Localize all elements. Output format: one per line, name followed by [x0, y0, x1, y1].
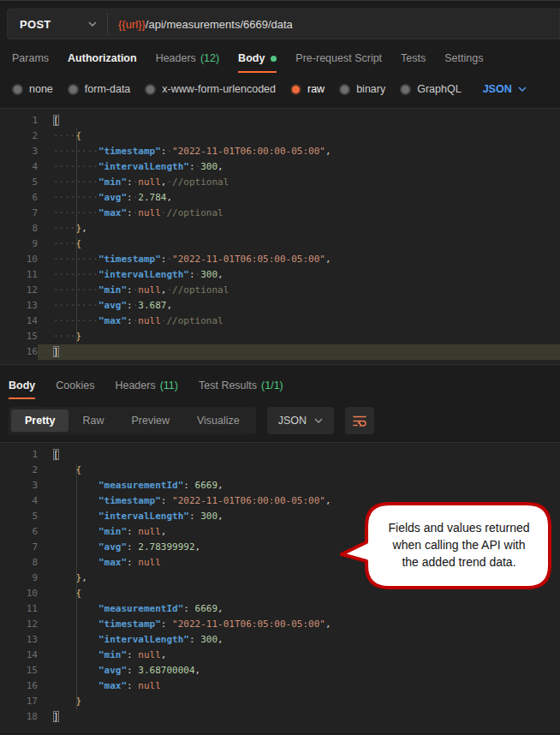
tab-headers[interactable]: Headers(11): [115, 373, 178, 399]
code-content: "max": null: [38, 678, 560, 694]
code-line: 3 "measurementId": 6669,: [0, 478, 560, 493]
code-line: 16 "max": null: [0, 678, 560, 694]
line-number: 10: [0, 586, 38, 601]
line-number: 10: [0, 252, 38, 267]
body-type-raw[interactable]: raw: [290, 83, 325, 95]
body-type-x-www-form-urlencoded[interactable]: x-www-form-urlencoded: [145, 83, 276, 95]
line-number: 15: [0, 329, 38, 344]
code-line: 6········"avg":·2.784,: [0, 190, 560, 206]
line-number: 11: [0, 601, 38, 617]
line-number: 17: [0, 694, 38, 709]
tab-settings[interactable]: Settings: [444, 43, 483, 73]
tab-label: Params: [12, 52, 49, 64]
code-content: }: [38, 694, 560, 709]
tab-body[interactable]: Body: [9, 373, 35, 399]
line-number: 15: [0, 663, 38, 678]
annotation-text: Fields and values returned when calling …: [370, 519, 548, 571]
code-content: "min": null,: [38, 648, 560, 663]
line-number: 5: [0, 509, 38, 524]
line-number: 7: [0, 540, 38, 555]
radio-icon: [145, 84, 156, 95]
line-number: 13: [0, 632, 38, 648]
url-variable: {{url}}: [118, 18, 146, 31]
view-mode-pretty[interactable]: Pretty: [11, 409, 69, 432]
body-type-binary[interactable]: binary: [339, 83, 385, 95]
line-number: 3: [0, 478, 38, 493]
response-format-dropdown[interactable]: JSON: [267, 407, 334, 434]
tab-body[interactable]: Body: [238, 43, 277, 73]
code-content: ········"timestamp":·"2022-11-01T06:05:0…: [38, 252, 560, 267]
line-number: 2: [0, 463, 38, 478]
code-content: ····}: [38, 329, 560, 344]
word-wrap-button[interactable]: [345, 407, 374, 434]
body-type-selector: noneform-datax-www-form-urlencodedrawbin…: [0, 73, 560, 105]
line-number: 14: [0, 648, 38, 663]
code-line: 2····{: [0, 128, 560, 144]
tab-label: Authorization: [68, 52, 137, 64]
tab-count-badge: (11): [160, 379, 178, 391]
indent-guide: [76, 463, 77, 710]
code-content: "intervalLength": 300,: [38, 632, 560, 648]
code-line: 13 "intervalLength": 300,: [0, 632, 560, 648]
line-number: 6: [0, 190, 38, 206]
response-format-label: JSON: [278, 415, 307, 427]
tab-cookies[interactable]: Cookies: [56, 373, 94, 399]
line-number: 7: [0, 206, 38, 221]
code-content: "timestamp": "2022-11-01T06:05:00-05:00"…: [38, 617, 560, 632]
line-number: 16: [0, 678, 38, 694]
view-mode-visualize[interactable]: Visualize: [183, 409, 253, 432]
code-line: 1[: [0, 447, 560, 463]
chevron-down-icon: [518, 87, 527, 92]
line-number: 1: [0, 113, 38, 128]
line-number: 12: [0, 617, 38, 632]
code-line: 4········"intervalLength":·300,: [0, 159, 560, 175]
tab-params[interactable]: Params: [12, 43, 49, 73]
code-content: ········"avg":·2.784,: [38, 190, 560, 206]
tab-label: Pre-request Script: [295, 52, 382, 64]
line-number: 3: [0, 144, 38, 159]
code-content: ········"min":·null,·//optional: [38, 283, 560, 298]
url-input[interactable]: {{url}}/api/measurements/6669/data: [108, 9, 559, 39]
code-content: [: [38, 113, 560, 128]
tab-label: Headers: [115, 379, 155, 391]
tab-count-badge: (1/1): [261, 379, 283, 391]
body-type-form-data[interactable]: form-data: [68, 83, 131, 95]
tab-label: Cookies: [56, 379, 94, 391]
line-number: 9: [0, 571, 38, 586]
line-number: 8: [0, 555, 38, 571]
tab-pre-request-script[interactable]: Pre-request Script: [295, 43, 382, 73]
tab-authorization[interactable]: Authorization: [68, 43, 137, 73]
code-content: {: [38, 463, 560, 478]
code-line: 16]: [0, 344, 560, 360]
tab-headers[interactable]: Headers(12): [156, 43, 219, 73]
line-number: 4: [0, 159, 38, 175]
code-content: ········"max":·null·//optional: [38, 314, 560, 329]
chevron-down-icon: [314, 418, 323, 423]
tab-tests[interactable]: Tests: [401, 43, 426, 73]
line-number: 13: [0, 298, 38, 314]
body-type-graphql[interactable]: GraphQL: [400, 83, 461, 95]
code-line: 18]: [0, 709, 560, 725]
code-content: "measurementId": 6669,: [38, 601, 560, 617]
body-type-label: binary: [356, 83, 385, 95]
view-mode-preview[interactable]: Preview: [117, 409, 182, 432]
code-line: 1[: [0, 113, 560, 128]
code-line: 17 }: [0, 694, 560, 709]
view-mode-raw[interactable]: Raw: [69, 409, 117, 432]
annotation-callout: Fields and values returned when calling …: [339, 499, 555, 595]
tab-test-results[interactable]: Test Results(1/1): [199, 373, 283, 399]
code-line: 14 "min": null,: [0, 648, 560, 663]
request-body-editor[interactable]: 1[2····{3········"timestamp":·"2022-11-0…: [0, 108, 560, 365]
code-line: 9····{: [0, 236, 560, 252]
tab-label: Test Results: [199, 379, 257, 391]
view-mode-switcher: PrettyRawPreviewVisualize: [9, 407, 256, 434]
line-number: 1: [0, 447, 38, 463]
line-number: 18: [0, 709, 38, 725]
body-type-none[interactable]: none: [12, 83, 53, 95]
method-dropdown[interactable]: POST: [8, 9, 107, 39]
body-type-label: none: [29, 83, 53, 95]
body-language-dropdown[interactable]: JSON: [483, 83, 527, 95]
tab-label: Tests: [401, 52, 426, 64]
code-line: 3········"timestamp":·"2022-11-01T06:00:…: [0, 144, 560, 159]
line-number: 2: [0, 128, 38, 144]
